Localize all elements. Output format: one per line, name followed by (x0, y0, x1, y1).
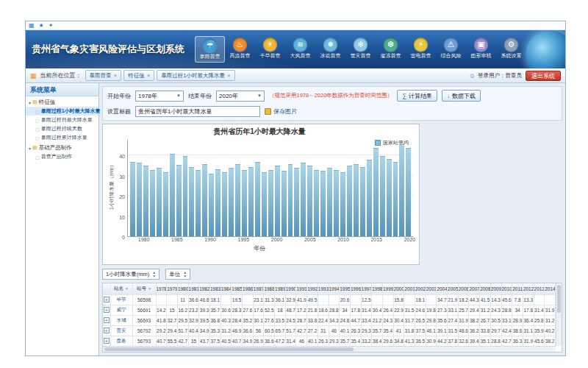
column-header-year-2003[interactable]: 2003▼ (426, 283, 437, 294)
toolbar-item-system-settings[interactable]: ⚙系统设置 (496, 36, 526, 63)
column-header-year-1981[interactable]: 1981▼ (188, 283, 199, 294)
value-cell: 40.2 (545, 325, 556, 336)
column-header-year-1999[interactable]: 1999▼ (382, 283, 393, 294)
expand-icon[interactable]: + (104, 307, 110, 313)
toolbar-item-drought-survey[interactable]: ☀干旱普查 (255, 36, 285, 63)
column-header-year-2001[interactable]: 2001▼ (404, 283, 415, 294)
column-header-year-1985[interactable]: 1985▼ (232, 283, 243, 294)
column-header-year-2012[interactable]: 2012▼ (523, 283, 534, 294)
toolbar-item-hail-survey[interactable]: ❅冰雹普查 (315, 36, 345, 63)
column-header-year-1988[interactable]: 1988▼ (264, 283, 275, 294)
column-header-year-2002[interactable]: 2002▼ (415, 283, 426, 294)
chart-title-input[interactable] (135, 106, 260, 117)
tab-0[interactable]: 暴雨普查× (85, 70, 122, 81)
toolbar-item-comprehensive-risk[interactable]: ⚠综合风险 (436, 36, 466, 63)
column-header-year-2006[interactable]: 2006▼ (458, 283, 469, 294)
spinner-icons[interactable]: ▲▼ (152, 271, 156, 278)
sidebar-group-0[interactable]: ▾▤特征值 (26, 96, 98, 107)
expand-icon[interactable]: + (104, 338, 110, 344)
column-header-year-1992[interactable]: 1992▼ (307, 283, 318, 294)
sidebar-item-0-3[interactable]: ▢暴雨过程累计降水量 (26, 133, 98, 142)
column-header-year-2013[interactable]: 2013▼ (534, 283, 545, 294)
sidebar-item-1-0[interactable]: ▢普查产品制作 (26, 152, 98, 161)
value-cell: 26.7 (480, 315, 491, 325)
value-cell (404, 294, 415, 305)
expand-icon[interactable]: + (104, 317, 110, 323)
value-cell: 47.2 (275, 336, 286, 346)
column-header-year-2005[interactable]: 2005▼ (448, 283, 459, 294)
table-body: +毕节565981136.646.818.119.523.131.336.132… (103, 294, 556, 353)
column-header-station-name[interactable]: 站名 ▼ (110, 283, 132, 294)
tab-close-icon[interactable]: × (114, 72, 118, 79)
bookmark-icon[interactable]: ✦ (49, 23, 54, 29)
horizontal-scrollbar[interactable] (103, 346, 556, 352)
tab-1[interactable]: 特征值× (123, 70, 154, 81)
scrollbar-thumb[interactable] (557, 285, 561, 313)
sidebar-item-0-1[interactable]: ▢暴雨过程日最大降水量 (26, 116, 98, 124)
column-header-year-1980[interactable]: 1980▼ (177, 283, 188, 294)
column-header-year-1989[interactable]: 1989▼ (275, 283, 286, 294)
column-header-year-1978[interactable]: 1978▼ (156, 283, 167, 294)
toolbar-item-rainstorm-survey[interactable]: ☔暴雨普查 (195, 36, 225, 63)
spinner-icons[interactable]: ▲▼ (183, 271, 187, 278)
column-header-year-1994[interactable]: 1994▼ (329, 283, 340, 294)
sidebar-title: 系统菜单 (26, 83, 98, 96)
expand-icon[interactable]: + (104, 328, 110, 333)
data-download-button[interactable]: ↓ 数据下载 (442, 90, 481, 102)
home-icon[interactable]: ▦ (29, 23, 35, 29)
toolbar-item-gale-survey[interactable]: ≋大风普查 (285, 36, 315, 63)
value-cell: 27.4 (448, 315, 459, 325)
toolbar-item-snow-survey[interactable]: ❄雪灾普查 (345, 36, 376, 63)
expander-cell: + (103, 336, 110, 346)
column-header-year-1998[interactable]: 1998▼ (372, 283, 383, 294)
metric-filter[interactable]: 1小时降水量(mm) ▲▼ (102, 269, 159, 280)
save-image-button[interactable]: 保存图片 (265, 107, 297, 116)
sidebar-group-1[interactable]: ▾▤基础产品制作 (26, 142, 98, 152)
sidebar-item-0-0[interactable]: ▢暴雨过程1小时最大降水量 (26, 107, 98, 116)
calc-result-button[interactable]: ∑ 计算结果 (397, 90, 437, 102)
end-year-select[interactable]: 2020年▼ (216, 91, 265, 102)
value-cell: 24.3 (382, 315, 393, 325)
column-header-year-1996[interactable]: 1996▼ (350, 283, 361, 294)
column-header-year-1984[interactable]: 1984▼ (220, 283, 232, 294)
start-year-select[interactable]: 1978年▼ (135, 91, 184, 102)
column-header-year-2004[interactable]: 2004▼ (437, 283, 448, 294)
column-filter-icon[interactable]: ▼ (125, 286, 129, 291)
tab-close-icon[interactable]: × (147, 72, 151, 79)
value-cell: 38.6 (512, 325, 523, 336)
expand-icon[interactable]: + (104, 297, 110, 302)
value-cell: 25.7 (458, 305, 469, 315)
tab-close-icon[interactable]: × (227, 72, 231, 79)
unit-filter[interactable]: 单位 ▲▼ (165, 269, 190, 280)
bar-year-2016 (380, 156, 385, 236)
scrollbar-thumb[interactable] (104, 347, 354, 351)
column-header-station-id[interactable]: 站号 ▼ (132, 283, 156, 294)
toolbar-item-high-temp-survey[interactable]: ♨高温普查 (225, 36, 255, 63)
column-header-year-2014[interactable]: 2014▼ (545, 283, 556, 294)
column-header-year-1997[interactable]: 1997▼ (361, 283, 372, 294)
column-header-year-2011[interactable]: 2011▼ (512, 283, 523, 294)
star-icon[interactable]: ★ (39, 23, 44, 29)
logout-button[interactable]: 退出系统 (526, 71, 561, 81)
column-filter-icon[interactable]: ▼ (148, 286, 151, 291)
column-header-year-1993[interactable]: 1993▼ (318, 283, 329, 294)
column-header-year-2007[interactable]: 2007▼ (469, 283, 480, 294)
vertical-scrollbar[interactable] (556, 283, 562, 346)
column-header-year-1987[interactable]: 1987▼ (253, 283, 264, 294)
column-header-year-2008[interactable]: 2008▼ (480, 283, 491, 294)
toolbar-item-lightning-survey[interactable]: ⚡雷电普查 (406, 36, 436, 63)
column-header-year-1986[interactable]: 1986▼ (243, 283, 254, 294)
column-header-year-1995[interactable]: 1995▼ (340, 283, 351, 294)
sidebar-item-0-2[interactable]: ▢暴雨过程持续天数 (26, 124, 98, 133)
column-header-year-1982[interactable]: 1982▼ (199, 283, 210, 294)
toolbar-item-map-review[interactable]: ▣图形审核 (466, 36, 496, 63)
column-header-year-1983[interactable]: 1983▼ (209, 283, 220, 294)
column-header-year-2010[interactable]: 2010▼ (501, 283, 512, 294)
toolbar-item-freeze-survey[interactable]: ❆凝冻普查 (376, 36, 406, 63)
tab-2[interactable]: 暴雨过程1小时最大降水量× (157, 70, 234, 81)
column-header-year-1990[interactable]: 1990▼ (285, 283, 296, 294)
column-header-year-1991[interactable]: 1991▼ (296, 283, 307, 294)
column-header-year-1979[interactable]: 1979▼ (167, 283, 178, 294)
column-header-year-2009[interactable]: 2009▼ (490, 283, 501, 294)
column-header-year-2000[interactable]: 2000▼ (393, 283, 404, 294)
